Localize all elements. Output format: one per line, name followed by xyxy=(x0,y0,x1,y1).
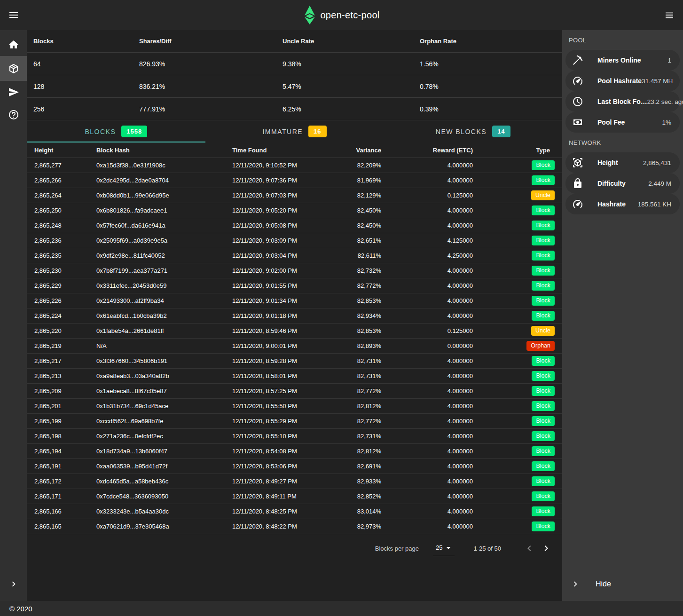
block-hash-cell: 0xa15d3f38...0e31f1908c xyxy=(93,162,229,169)
stats-cell: 0.78% xyxy=(413,83,562,90)
time-found-cell: 12/11/2020, 9:02:00 PM xyxy=(229,267,351,274)
variance-cell: 82,731% xyxy=(351,357,389,364)
tab-immature[interactable]: IMMATURE16 xyxy=(205,120,384,142)
block-row[interactable]: 2,865,2660x2dc4295d...2dae0a870412/11/20… xyxy=(27,173,562,188)
block-row[interactable]: 2,865,2260x21493300...af2ff9ba3412/11/20… xyxy=(27,293,562,308)
reward-cell: 4.000000 xyxy=(389,162,478,169)
nav-blocks[interactable] xyxy=(0,56,27,81)
block-row[interactable]: 2,865,1720xdc465d5a...a58beb436c12/11/20… xyxy=(27,474,562,489)
block-height-cell: 2,865,229 xyxy=(27,282,93,289)
menu-icon xyxy=(8,9,19,21)
reward-cell: 4.000000 xyxy=(389,267,478,274)
variance-cell: 81,969% xyxy=(351,177,389,184)
speedometer-icon xyxy=(572,198,583,210)
block-row[interactable]: 2,865,219N/A12/11/2020, 9:00:01 PM82,893… xyxy=(27,339,562,354)
block-height-cell: 2,865,230 xyxy=(27,267,93,274)
block-row[interactable]: 2,865,2300x7b8f7199...aea377a27112/11/20… xyxy=(27,263,562,278)
speedometer-icon xyxy=(572,75,583,87)
block-row[interactable]: 2,865,2360x25095f69...a0d39e9e5a12/11/20… xyxy=(27,233,562,248)
tab-new-blocks[interactable]: NEW BLOCKS14 xyxy=(384,120,562,142)
nav-home[interactable] xyxy=(0,33,27,56)
block-row[interactable]: 2,865,2090x1aebeca8...8f67c05e8712/11/20… xyxy=(27,384,562,399)
type-badge: Block xyxy=(532,521,555,531)
time-found-cell: 12/11/2020, 9:07:03 PM xyxy=(229,192,351,199)
block-height-cell: 2,865,198 xyxy=(27,433,93,440)
variance-cell: 82,772% xyxy=(351,282,389,289)
type-cell: Block xyxy=(478,371,562,381)
time-found-cell: 12/11/2020, 8:49:27 PM xyxy=(229,478,351,485)
block-height-cell: 2,865,201 xyxy=(27,403,93,410)
time-found-cell: 12/11/2020, 8:48:25 PM xyxy=(229,508,351,515)
hide-drawer-button[interactable]: Hide xyxy=(562,573,683,595)
menu-down-icon xyxy=(443,543,454,553)
page-range: 1-25 of 50 xyxy=(473,545,501,552)
menu-icon xyxy=(664,9,675,21)
block-row[interactable]: 2,865,1990xccdf562f...69a698b7fe12/11/20… xyxy=(27,414,562,429)
block-hash-cell: 0xaa063539...b95d41d72f xyxy=(93,463,229,470)
block-row[interactable]: 2,865,2290x3311efec...20453d0e5912/11/20… xyxy=(27,278,562,293)
block-row[interactable]: 2,865,1940x18d734a9...13b6060f4712/11/20… xyxy=(27,444,562,459)
block-row[interactable]: 2,865,1660x3233243e...b5a4aa30dc12/11/20… xyxy=(27,504,562,519)
hide-label: Hide xyxy=(596,580,611,588)
stat-label: Last Block Fo… xyxy=(597,98,647,105)
block-row[interactable]: 2,865,2240x61eabfcd...1b0cba39b212/11/20… xyxy=(27,308,562,324)
stats-col-header: Uncle Rate xyxy=(276,38,413,45)
nav-payments[interactable] xyxy=(0,81,27,103)
type-badge: Uncle xyxy=(531,190,555,200)
block-row[interactable]: 2,865,2200x1fabe54a...2661de81ff12/11/20… xyxy=(27,324,562,339)
type-badge: Block xyxy=(532,431,555,441)
block-hash-cell: 0x6b801826...fa9adcaee1 xyxy=(93,207,229,214)
time-found-cell: 12/11/2020, 8:55:10 PM xyxy=(229,433,351,440)
variance-cell: 82,611% xyxy=(351,252,389,259)
prev-page-button[interactable] xyxy=(521,540,538,557)
stat-value: 23.2 sec. ago xyxy=(647,98,683,105)
reward-cell: 4.000000 xyxy=(389,463,478,470)
time-found-cell: 12/11/2020, 9:03:04 PM xyxy=(229,252,351,259)
lock-icon xyxy=(572,178,583,189)
block-row[interactable]: 2,865,2130xa9a8eab3...03a340a82b12/11/20… xyxy=(27,369,562,384)
block-height-cell: 2,865,172 xyxy=(27,478,93,485)
block-row[interactable]: 2,865,2640xb08dd0b1...99e066d95e12/11/20… xyxy=(27,188,562,203)
stat-label: Hashrate xyxy=(597,200,626,208)
right-menu-button[interactable] xyxy=(658,4,681,26)
stat-item-miners-online: Miners Online1 xyxy=(565,50,680,71)
block-hash-cell: 0x1b31b734...69c1d45ace xyxy=(93,403,229,410)
type-cell: Block xyxy=(478,205,562,215)
type-badge: Block xyxy=(532,205,555,215)
block-hash-cell: 0xa9a8eab3...03a340a82b xyxy=(93,372,229,379)
block-row[interactable]: 2,865,2170x3f367660...345806b19112/11/20… xyxy=(27,354,562,369)
time-found-cell: 12/11/2020, 8:53:06 PM xyxy=(229,463,351,470)
block-row[interactable]: 2,865,2350x9df2e98e...811fc4005212/11/20… xyxy=(27,248,562,263)
nav-help[interactable] xyxy=(0,103,27,126)
block-row[interactable]: 2,865,2480x57fec60f...da616e941a12/11/20… xyxy=(27,218,562,233)
time-found-cell: 12/11/2020, 8:57:25 PM xyxy=(229,387,351,395)
time-found-cell: 12/11/2020, 8:58:01 PM xyxy=(229,372,351,379)
block-row[interactable]: 2,865,1710x7cdce548...363609305012/11/20… xyxy=(27,489,562,504)
blocks-tabs: BLOCKS1558IMMATURE16NEW BLOCKS14 xyxy=(27,120,562,142)
type-cell: Block xyxy=(478,296,562,306)
block-hash-cell: 0xa70621d9...37e305468a xyxy=(93,523,229,530)
next-page-button[interactable] xyxy=(538,540,555,557)
block-row[interactable]: 2,865,2010x1b31b734...69c1d45ace12/11/20… xyxy=(27,399,562,414)
variance-cell: 82,450% xyxy=(351,222,389,229)
reward-cell: 4.000000 xyxy=(389,418,478,425)
variance-cell: 82,732% xyxy=(351,267,389,274)
block-row[interactable]: 2,865,1910xaa063539...b95d41d72f12/11/20… xyxy=(27,459,562,474)
blocks-col-header: Type xyxy=(478,147,562,154)
block-row[interactable]: 2,865,2770xa15d3f38...0e31f1908c12/11/20… xyxy=(27,158,562,173)
type-cell: Uncle xyxy=(478,190,562,200)
expand-drawer-button[interactable] xyxy=(0,573,27,595)
tab-blocks[interactable]: BLOCKS1558 xyxy=(27,120,205,142)
block-row[interactable]: 2,865,1980x271a236c...0efcfdf2ec12/11/20… xyxy=(27,429,562,444)
cube-icon xyxy=(8,63,19,74)
per-page-select[interactable]: 25 xyxy=(433,541,455,556)
type-cell: Block xyxy=(478,266,562,276)
tab-label: BLOCKS xyxy=(85,128,116,135)
stats-cell: 826.93% xyxy=(133,60,276,68)
block-row[interactable]: 2,865,1650xa70621d9...37e305468a12/11/20… xyxy=(27,519,562,534)
block-row[interactable]: 2,865,2500x6b801826...fa9adcaee112/11/20… xyxy=(27,203,562,218)
reward-cell: 4.000000 xyxy=(389,508,478,515)
stats-cell: 1.56% xyxy=(413,60,562,68)
left-menu-button[interactable] xyxy=(2,4,25,26)
reward-cell: 4.000000 xyxy=(389,372,478,379)
